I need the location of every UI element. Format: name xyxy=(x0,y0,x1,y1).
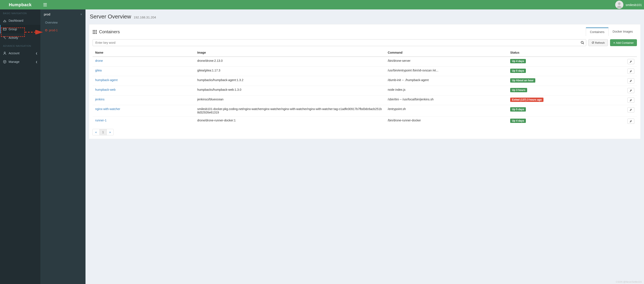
topbar-right: smilesb101 xyxy=(615,1,644,9)
table-row: jenkinsjenkinsci/blueocean/sbin/tini -- … xyxy=(92,95,637,105)
refresh-icon xyxy=(592,41,594,44)
status-badge: Up 3 hours xyxy=(510,88,527,92)
table-row: runner-1drone/drone-runner-docker:1/bin/… xyxy=(92,117,637,126)
container-command: /entrypoint.sh xyxy=(385,105,508,117)
panel-header: Containers Containers Docker Images xyxy=(92,27,637,36)
container-name-link[interactable]: runner-1 xyxy=(95,119,106,122)
table-row: humpback-webhumpbacks/humpback-web:1.3.0… xyxy=(92,86,637,95)
subnav: prod ∨ Overview prod-1 xyxy=(40,9,86,284)
page-next[interactable]: » xyxy=(106,129,114,135)
table-row: nginx-with-watchersmilesb101-docker.pkg.… xyxy=(92,105,637,117)
table-row: giteagitea/gitea:1.17.3/usr/bin/entrypoi… xyxy=(92,66,637,76)
dashboard-icon xyxy=(3,19,6,22)
sidebar-item-label: Dashboard xyxy=(8,19,24,22)
page-1[interactable]: 1 xyxy=(100,129,107,135)
th-status: Status xyxy=(508,49,603,57)
status-badge: Exited (137) 3 hours ago xyxy=(510,98,544,102)
container-command: /usr/bin/entrypoint /bin/s6-svscan /et..… xyxy=(385,66,508,76)
search-input[interactable] xyxy=(92,39,586,46)
container-image: humpbacks/humpback-agent:1.3.2 xyxy=(194,76,385,86)
row-actions-button[interactable] xyxy=(628,88,634,93)
sidebar-item-activity[interactable]: Activity xyxy=(0,33,40,42)
row-actions-button[interactable] xyxy=(628,98,634,103)
hamburger-icon[interactable] xyxy=(40,3,50,6)
refresh-button[interactable]: Refresh xyxy=(588,39,608,46)
pagination: « 1 » xyxy=(92,129,637,135)
toolbar: Refresh + Add Container xyxy=(92,39,637,46)
sidebar-heading-advance: ADVANCE NAVIGATION xyxy=(0,42,40,49)
svg-point-3 xyxy=(4,52,5,53)
logo-box[interactable]: Humpback xyxy=(0,0,40,9)
container-image: smilesb101-docker.pkg.coding.net/nginx-w… xyxy=(194,105,385,117)
sidebar: BASIC NAVIGATION Dashboard Group Activit… xyxy=(0,9,40,284)
subnav-group-title[interactable]: prod ∨ xyxy=(40,9,86,19)
sidebar-item-label: Group xyxy=(8,27,17,31)
grid-icon xyxy=(92,30,97,34)
container-name-link[interactable]: drone xyxy=(95,59,103,62)
add-container-button[interactable]: + Add Container xyxy=(610,39,637,46)
status-badge: Up 5 days xyxy=(510,107,526,112)
panel-title-wrap: Containers xyxy=(92,29,120,34)
container-name-link[interactable]: nginx-with-watcher xyxy=(95,107,120,111)
sidebar-item-account[interactable]: Account ❮ xyxy=(0,49,40,57)
svg-rect-5 xyxy=(94,30,95,31)
sidebar-item-label: Manage xyxy=(8,60,20,63)
sidebar-item-label: Account xyxy=(8,51,20,55)
container-name-link[interactable]: humpback-web xyxy=(95,88,116,91)
username[interactable]: smilesb101 xyxy=(626,3,642,7)
wrench-icon xyxy=(630,70,632,73)
wrench-icon xyxy=(630,79,632,82)
server-ip: 192.168.31.204 xyxy=(134,15,156,19)
containers-table: Name Image Command Status dronedrone/dro… xyxy=(92,49,637,126)
svg-rect-11 xyxy=(94,33,95,34)
main-content: Server Overview 192.168.31.204 Container… xyxy=(86,9,644,284)
row-actions-button[interactable] xyxy=(628,69,634,74)
subnav-item-prod1[interactable]: prod-1 xyxy=(40,26,86,34)
table-row: dronedrone/drone:2.13.0/bin/drone-server… xyxy=(92,57,637,66)
subnav-item-label: Overview xyxy=(45,21,58,24)
activity-icon xyxy=(3,36,6,39)
status-badge: Up About an hour xyxy=(510,78,535,83)
container-command: node index.js xyxy=(385,86,508,95)
svg-rect-7 xyxy=(93,31,94,32)
tab-docker-images[interactable]: Docker Images xyxy=(608,27,637,36)
row-actions-button[interactable] xyxy=(628,107,634,112)
chevron-left-icon: ❮ xyxy=(36,52,38,54)
wrench-icon xyxy=(630,60,632,63)
container-image: humpbacks/humpback-web:1.3.0 xyxy=(194,86,385,95)
subnav-item-label: prod-1 xyxy=(49,28,58,32)
container-name-link[interactable]: humpback-agent xyxy=(95,78,118,82)
page-title: Server Overview xyxy=(90,13,131,20)
panel-title: Containers xyxy=(99,29,120,34)
sidebar-item-manage[interactable]: Manage ❮ xyxy=(0,57,40,66)
user-icon xyxy=(3,51,6,55)
containers-panel: Containers Containers Docker Images xyxy=(89,24,640,139)
status-badge: Up 4 days xyxy=(510,59,526,63)
container-command: /bin/drone-server xyxy=(385,57,508,66)
row-actions-button[interactable] xyxy=(628,59,634,64)
container-command: /sbin/tini -- /usr/local/bin/jenkins.sh xyxy=(385,95,508,105)
th-actions xyxy=(603,49,637,57)
wrench-icon xyxy=(630,120,632,123)
row-actions-button[interactable] xyxy=(628,78,634,83)
status-badge: Up 4 days xyxy=(510,119,526,123)
svg-rect-8 xyxy=(94,31,95,32)
container-name-link[interactable]: gitea xyxy=(95,69,102,72)
container-image: drone/drone-runner-docker:1 xyxy=(194,117,385,126)
tab-containers[interactable]: Containers xyxy=(586,27,608,36)
page-prev[interactable]: « xyxy=(92,129,100,135)
sidebar-item-group[interactable]: Group xyxy=(0,25,40,33)
svg-rect-6 xyxy=(96,30,97,31)
sidebar-item-dashboard[interactable]: Dashboard xyxy=(0,16,40,25)
subnav-item-overview[interactable]: Overview xyxy=(40,19,86,26)
chevron-left-icon: ❮ xyxy=(36,61,38,63)
container-name-link[interactable]: jenkins xyxy=(95,98,104,101)
container-command: /dumb-init -- ./humpback-agent xyxy=(385,76,508,86)
sidebar-item-label: Activity xyxy=(8,36,18,39)
avatar[interactable] xyxy=(615,1,624,9)
wrench-icon xyxy=(630,108,632,111)
table-row: humpback-agenthumpbacks/humpback-agent:1… xyxy=(92,76,637,86)
row-actions-button[interactable] xyxy=(628,119,634,124)
refresh-label: Refresh xyxy=(595,41,605,44)
th-image: Image xyxy=(194,49,385,57)
